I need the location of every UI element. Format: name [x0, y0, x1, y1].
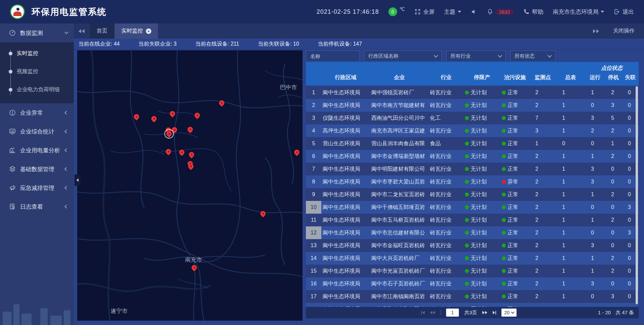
table-row[interactable]: 12阆中生态环境局阆中市忠信建材有限公砖瓦行业无计划正常21003 [306, 226, 639, 239]
industry-filter-select[interactable]: 所有行业 [446, 50, 506, 62]
cell-text: 阆中生态环境局 [323, 293, 360, 300]
table-row[interactable]: 5营山生态环境局营山县润丰肉食品有限食品无计划正常10010 [306, 137, 639, 150]
sidebar-item-6[interactable]: 应急减排管理 [0, 178, 74, 197]
bullet-icon [9, 52, 12, 55]
cell-industry: 砖瓦行业 [429, 201, 464, 214]
cell-text: 16 [311, 281, 317, 287]
cell-text: 阆中市金博瑞新型墙材 [371, 153, 425, 160]
cell-text: 4 [312, 128, 315, 134]
close-operations-button[interactable]: 关闭操作 [613, 28, 635, 35]
table-row[interactable]: 16阆中生态环境局阆中市石子页岩机砖厂砖瓦行业无计划正常21300 [306, 277, 639, 290]
sidebar-item-label: 企业异常 [20, 109, 43, 117]
chevron-down-icon [498, 53, 502, 58]
table-row[interactable]: 4高坪生态环境局南充市高坪区王家店建砖瓦行业无计划正常31220 [306, 124, 639, 137]
table-row[interactable]: 1阆中生态环境局阆中强锐页岩砖厂砖瓦行业无计划正常21120 [306, 86, 639, 99]
status-dot [465, 116, 469, 120]
cell-stop: 0 [605, 201, 622, 214]
fullscreen-button[interactable]: 全屏 [414, 8, 435, 16]
cell-total: 1 [556, 99, 585, 112]
table-row[interactable]: 15阆中生态环境局阆中市光富页岩机砖厂砖瓦行业无计划正常21120 [306, 265, 639, 277]
name-filter-input[interactable] [310, 53, 355, 59]
cell-points: 2 [529, 252, 556, 265]
sound-toggle[interactable] [471, 8, 477, 15]
cell-company: 营山县润丰肉食品有限 [370, 137, 429, 150]
region-filter-select[interactable]: 行政区域名称 [364, 50, 442, 62]
sidebar-item-2[interactable]: 企业异常 [0, 103, 74, 122]
cell-region: 阆中生态环境局 [321, 252, 370, 265]
table-row[interactable]: 7阆中生态环境局阆中明阳建材有限公司砖瓦行业无计划正常21300 [306, 163, 639, 175]
sidebar-item-3[interactable]: 企业综合统计 [0, 122, 74, 141]
help-button[interactable]: 帮助 [523, 8, 543, 16]
cell-prod: 无计划 [464, 214, 500, 226]
prev-page-button[interactable] [430, 311, 435, 314]
table-row[interactable]: 8阆中生态环境局阆中市枣碧大梁山页岩砖瓦行业无计划异常21300 [306, 175, 639, 188]
name-filter[interactable] [306, 50, 360, 62]
tabs-scroll-right-icon[interactable] [593, 29, 599, 33]
notifications[interactable]: 2632 [487, 8, 514, 15]
table-row[interactable]: 13阆中生态环境局阆中市金福旺页岩机砖砖瓦行业无计划正常21300 [306, 239, 639, 252]
status-dot [502, 205, 506, 209]
tab-首页[interactable]: 首页 [90, 23, 114, 39]
cell-text: 正常 [507, 204, 518, 211]
cell-text: 1 [562, 153, 565, 159]
cell-run: 1 [585, 150, 605, 163]
page-number-input[interactable] [446, 309, 459, 317]
map-pin[interactable] [165, 130, 173, 138]
cell-text: 2 [535, 255, 538, 261]
status-dot [465, 103, 469, 107]
page-size-select[interactable]: 20 [501, 309, 517, 317]
cell-text: 5 [312, 141, 315, 147]
status-dot [465, 218, 469, 222]
map-collapse-handle[interactable] [74, 174, 80, 186]
sidebar-subitem[interactable]: 实时监控 [0, 44, 74, 62]
cell-industry: 砖瓦行业 [429, 124, 464, 137]
cell-run: 1 [585, 214, 605, 226]
cell-text: 1 [562, 192, 565, 198]
app-title: 环保用电监管系统 [32, 6, 107, 18]
first-page-button[interactable] [421, 311, 425, 315]
cell-text: 无计划 [471, 268, 487, 275]
cell-text: 0 [628, 166, 631, 172]
logout-label: 退出 [623, 8, 634, 16]
tabs-scroll-left-icon[interactable] [78, 29, 85, 33]
table-row[interactable]: 11阆中生态环境局阆中市五马桥页岩机砖砖瓦行业无计划正常21120 [306, 214, 639, 226]
sidebar-subitem[interactable]: 视频监控 [0, 62, 74, 80]
cell-region: 阆中生态环境局 [321, 86, 370, 99]
cell-text: 无计划 [471, 178, 487, 185]
cell-run: 3 [585, 175, 605, 188]
table-row[interactable]: 9阆中生态环境局阆中市二龙长宝页岩砖砖瓦行业无计划正常21120 [306, 188, 639, 201]
notification-count-badge: 2632 [496, 9, 514, 15]
table-row[interactable]: 17阆中生态环境局阆中市江南镇阆南页岩砖瓦行业无计划正常21030 [306, 290, 639, 303]
table-row[interactable]: 2阆中生态环境局阆中市南方节能建材有砖瓦行业无计划正常21030 [306, 99, 639, 112]
org-dropdown[interactable]: 南充市生态环境局 [553, 8, 604, 16]
cell-stop: 0 [605, 226, 622, 239]
cell-text: 异常 [507, 178, 518, 185]
status-dot [502, 103, 506, 107]
col-index [306, 62, 321, 86]
theme-dropdown[interactable]: 主题 [444, 8, 461, 16]
map[interactable]: 巴中市南充市遂宁市 [77, 50, 303, 321]
cell-company: 阆中市南方节能建材有 [370, 99, 429, 112]
sidebar-subitem[interactable]: 企业电力负荷明细 [0, 80, 74, 99]
table-row[interactable]: 14阆中生态环境局阆中大兴页岩机砖厂砖瓦行业无计划正常21120 [306, 252, 639, 265]
sidebar-item-4[interactable]: 企业用电量分析 [0, 141, 74, 160]
sidebar-item-5[interactable]: 基础数据管理 [0, 160, 74, 178]
tab-实时监控[interactable]: 实时监控× [115, 23, 158, 39]
logout-button[interactable]: 退出 [613, 8, 634, 16]
next-page-button[interactable] [482, 311, 487, 314]
cell-prod: 无计划 [464, 112, 500, 124]
table-row[interactable]: 6阆中生态环境局阆中市金博瑞新型墙材砖瓦行业无计划正常21120 [306, 150, 639, 163]
status-filter-select[interactable]: 所有状态 [510, 50, 555, 62]
cell-text: 2 [611, 90, 614, 96]
sidebar-item-1[interactable]: 数据监测 [0, 23, 74, 42]
table-row[interactable]: 3仪陇生态环境局西南油气田分公司川中化工无计划正常71350 [306, 112, 639, 124]
last-page-button[interactable] [493, 311, 496, 315]
table-row[interactable]: 10阆中生态环境局阆中千佛镇五郎垭页岩砖瓦行业无计划正常21003 [306, 201, 639, 214]
table-row[interactable]: 18南部生态环境局南部县陶鑫土陶有限公砖瓦行业无计划正常21120 [306, 303, 639, 307]
status-dot [465, 231, 469, 235]
page-size-value: 20 [504, 310, 509, 315]
table-scrollbar[interactable] [636, 86, 638, 304]
cell-total: 1 [556, 86, 585, 99]
sidebar-item-7[interactable]: 日志查看 [0, 197, 74, 216]
tab-close-icon[interactable]: × [146, 29, 151, 34]
